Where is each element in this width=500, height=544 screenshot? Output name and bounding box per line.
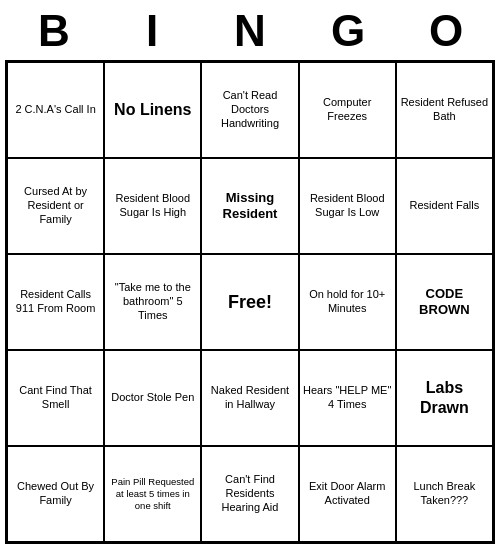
bingo-cell-21[interactable]: Pain Pill Requested at least 5 times in … bbox=[104, 446, 201, 542]
bingo-cell-8[interactable]: Resident Blood Sugar Is Low bbox=[299, 158, 396, 254]
bingo-cell-14[interactable]: CODE BROWN bbox=[396, 254, 493, 350]
bingo-cell-18[interactable]: Hears "HELP ME" 4 Times bbox=[299, 350, 396, 446]
letter-o: O bbox=[402, 6, 490, 56]
bingo-cell-10[interactable]: Resident Calls 911 From Room bbox=[7, 254, 104, 350]
bingo-cell-16[interactable]: Doctor Stole Pen bbox=[104, 350, 201, 446]
letter-g: G bbox=[304, 6, 392, 56]
bingo-cell-13[interactable]: On hold for 10+ Minutes bbox=[299, 254, 396, 350]
bingo-cell-15[interactable]: Cant Find That Smell bbox=[7, 350, 104, 446]
bingo-cell-20[interactable]: Chewed Out By Family bbox=[7, 446, 104, 542]
bingo-cell-7[interactable]: Missing Resident bbox=[201, 158, 298, 254]
bingo-cell-23[interactable]: Exit Door Alarm Activated bbox=[299, 446, 396, 542]
bingo-header: B I N G O bbox=[5, 0, 495, 60]
bingo-cell-11[interactable]: "Take me to the bathroom" 5 Times bbox=[104, 254, 201, 350]
letter-n: N bbox=[206, 6, 294, 56]
bingo-cell-24[interactable]: Lunch Break Taken??? bbox=[396, 446, 493, 542]
bingo-cell-22[interactable]: Can't Find Residents Hearing Aid bbox=[201, 446, 298, 542]
bingo-cell-3[interactable]: Computer Freezes bbox=[299, 62, 396, 158]
bingo-cell-2[interactable]: Can't Read Doctors Handwriting bbox=[201, 62, 298, 158]
letter-i: I bbox=[108, 6, 196, 56]
bingo-cell-17[interactable]: Naked Resident in Hallway bbox=[201, 350, 298, 446]
bingo-grid: 2 C.N.A's Call InNo LinensCan't Read Doc… bbox=[5, 60, 495, 544]
bingo-cell-4[interactable]: Resident Refused Bath bbox=[396, 62, 493, 158]
bingo-cell-1[interactable]: No Linens bbox=[104, 62, 201, 158]
bingo-cell-5[interactable]: Cursed At by Resident or Family bbox=[7, 158, 104, 254]
bingo-cell-9[interactable]: Resident Falls bbox=[396, 158, 493, 254]
bingo-cell-0[interactable]: 2 C.N.A's Call In bbox=[7, 62, 104, 158]
bingo-cell-19[interactable]: Labs Drawn bbox=[396, 350, 493, 446]
bingo-cell-12[interactable]: Free! bbox=[201, 254, 298, 350]
bingo-cell-6[interactable]: Resident Blood Sugar Is High bbox=[104, 158, 201, 254]
letter-b: B bbox=[10, 6, 98, 56]
